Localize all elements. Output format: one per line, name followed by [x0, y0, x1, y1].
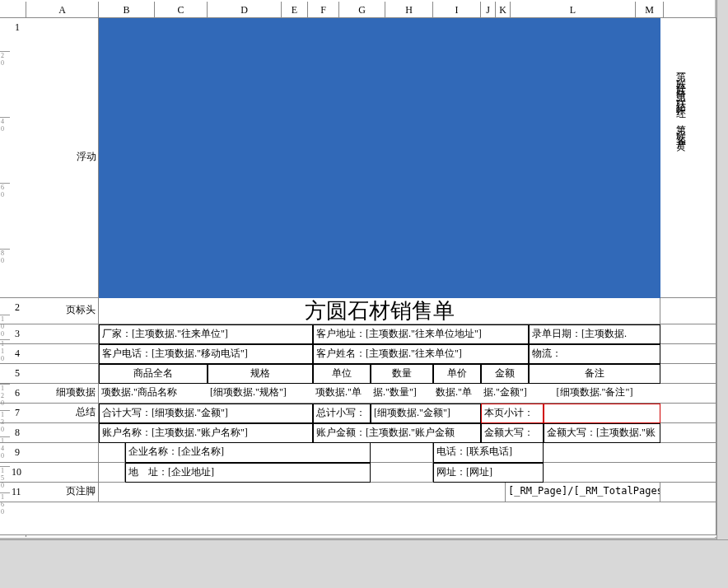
cell-total-cn[interactable]: 合计大写：[细项数据."金额"]	[99, 404, 313, 423]
floating-image[interactable]	[99, 18, 660, 298]
row-header-blank	[0, 502, 26, 535]
desc-cell-r6[interactable]: 细项数据	[26, 384, 99, 404]
col-header-I[interactable]: I	[433, 2, 481, 17]
row-header-6[interactable]: 6	[0, 384, 26, 404]
detail-amount[interactable]: 据."金额"]	[481, 384, 529, 404]
desc-cell-r2[interactable]: 页标头	[26, 298, 99, 324]
report-title: 方圆石材销售单	[101, 300, 657, 323]
row-header-4[interactable]: 4	[0, 344, 26, 364]
section-label-floating: 浮动	[29, 150, 96, 164]
col-header-E[interactable]: E	[282, 2, 308, 17]
cell-m-r4[interactable]	[660, 344, 716, 364]
cell-company-name[interactable]: 企业名称：[企业名称]	[125, 443, 371, 463]
detail-spec[interactable]: [细项数据."规格"]	[208, 384, 313, 404]
row-header-7[interactable]: 7	[0, 404, 26, 423]
desc-cell-r4[interactable]	[26, 344, 99, 364]
cell-m-r11[interactable]	[660, 483, 716, 502]
col-header-H[interactable]: H	[385, 2, 433, 17]
row-header-2[interactable]: 2	[0, 298, 26, 324]
col-header-A[interactable]: A	[26, 2, 99, 17]
design-sheet[interactable]: 浮动 页标头 细项数据 总结 页注脚 第一联存联白第二联结帐红 第三联客户黄 方…	[26, 18, 716, 537]
report-designer[interactable]: A B C D E F G H I J K L M 1 2 3 4 5 6 7 …	[0, 0, 716, 539]
col-header-M[interactable]: M	[636, 2, 664, 17]
cell-m-r3[interactable]	[660, 324, 716, 344]
outside-area	[0, 539, 728, 588]
hdr-remark[interactable]: 备注	[529, 364, 660, 384]
cell-m-r2[interactable]	[660, 298, 716, 324]
hdr-qty[interactable]: 数量	[371, 364, 433, 384]
col-header-D[interactable]: D	[208, 2, 282, 17]
cell-pager[interactable]: [_RM_Page]/[_RM_TotalPages]	[506, 483, 660, 502]
cell-r9-pad[interactable]	[99, 443, 125, 463]
blank-row[interactable]	[26, 502, 716, 535]
detail-qty[interactable]: 据."数量"]	[371, 384, 433, 404]
cell-address[interactable]: 地 址：[企业地址]	[125, 463, 371, 483]
desc-cell-r8[interactable]	[26, 423, 99, 443]
cell-entry-date[interactable]: 录单日期：[主项数据.	[529, 324, 660, 344]
cell-total-num-label[interactable]: 总计小写：	[313, 404, 371, 423]
outside-area-right	[716, 0, 728, 539]
cell-m-r6[interactable]	[660, 384, 716, 404]
cell-account-name[interactable]: 账户名称：[主项数据."账户名称"]	[99, 423, 313, 443]
detail-price[interactable]: 数据."单	[433, 384, 481, 404]
detail-product-name[interactable]: 项数据."商品名称	[99, 384, 208, 404]
cell-customer-addr[interactable]: 客户地址：[主项数据."往来单位地址"]	[313, 324, 529, 344]
hdr-unit[interactable]: 单位	[313, 364, 371, 384]
cell-manufacturer[interactable]: 厂家：[主项数据."往来单位"]	[99, 324, 313, 344]
col-header-K[interactable]: K	[496, 2, 511, 17]
column-ruler: A B C D E F G H I J K L M	[0, 2, 716, 18]
cell-account-amount[interactable]: 账户金额：[主项数据."账户金额	[313, 423, 481, 443]
cell-logistics[interactable]: 物流：	[529, 344, 660, 364]
cell-page-subtotal-val[interactable]	[544, 404, 660, 423]
cell-r9-pad2[interactable]	[371, 443, 433, 463]
row-ruler: 1 2 3 4 5 6 7 8 9 10 11	[0, 18, 26, 537]
ruler-corner	[0, 2, 26, 17]
row-header-8[interactable]: 8	[0, 423, 26, 443]
col-header-L[interactable]: L	[511, 2, 636, 17]
cell-phone[interactable]: 电话：[联系电话]	[433, 443, 544, 463]
detail-unit[interactable]: 项数据."单	[313, 384, 371, 404]
cell-m-r10[interactable]	[544, 463, 716, 483]
col-header-C[interactable]: C	[155, 2, 208, 17]
row-header-5[interactable]: 5	[0, 364, 26, 384]
cell-m-r7[interactable]	[660, 404, 716, 423]
col-header-J[interactable]: J	[481, 2, 496, 17]
col-header-G[interactable]: G	[339, 2, 385, 17]
cell-r11-left[interactable]	[99, 483, 506, 502]
hdr-spec[interactable]: 规格	[208, 364, 313, 384]
row-header-9[interactable]: 9	[0, 443, 26, 463]
desc-cell-r7[interactable]: 总结	[26, 404, 99, 423]
cell-customer-name[interactable]: 客户姓名：[主项数据."往来单位"]	[313, 344, 529, 364]
desc-cell-r5[interactable]	[26, 364, 99, 384]
hdr-product-name[interactable]: 商品全名	[99, 364, 208, 384]
hdr-price[interactable]: 单价	[433, 364, 481, 384]
cell-total-num-val[interactable]: [细项数据."金额"]	[371, 404, 481, 423]
cell-amount-cn-val[interactable]: 金额大写：[主项数据."账	[544, 423, 660, 443]
cell-amount-cn-label[interactable]: 金额大写：	[481, 423, 544, 443]
cell-customer-phone[interactable]: 客户电话：[主项数据."移动电话"]	[99, 344, 313, 364]
desc-cell-r3[interactable]	[26, 324, 99, 344]
row-header-11[interactable]: 11	[0, 483, 26, 502]
col-header-B[interactable]: B	[99, 2, 155, 17]
detail-remark[interactable]: [细项数据."备注"]	[529, 384, 660, 404]
desc-cell-r1[interactable]: 浮动	[26, 18, 99, 298]
cell-m-r8[interactable]	[660, 423, 716, 443]
cell-r10-pad[interactable]	[99, 463, 125, 483]
row-header-10[interactable]: 10	[0, 463, 26, 483]
cell-r10-pad2[interactable]	[371, 463, 433, 483]
cell-m-r1[interactable]	[660, 18, 716, 298]
desc-cell-r10[interactable]	[26, 463, 99, 483]
cell-website[interactable]: 网址：[网址]	[433, 463, 544, 483]
hdr-amount[interactable]: 金额	[481, 364, 529, 384]
cell-m-r5[interactable]	[660, 364, 716, 384]
row-header-1[interactable]: 1	[0, 18, 26, 298]
cell-page-subtotal-label[interactable]: 本页小计：	[481, 404, 544, 423]
desc-cell-r9[interactable]	[26, 443, 99, 463]
col-header-F[interactable]: F	[308, 2, 339, 17]
cell-m-r9[interactable]	[544, 443, 716, 463]
desc-cell-r11[interactable]: 页注脚	[26, 483, 99, 502]
title-cell[interactable]: 方圆石材销售单	[99, 298, 660, 324]
row-header-3[interactable]: 3	[0, 324, 26, 344]
